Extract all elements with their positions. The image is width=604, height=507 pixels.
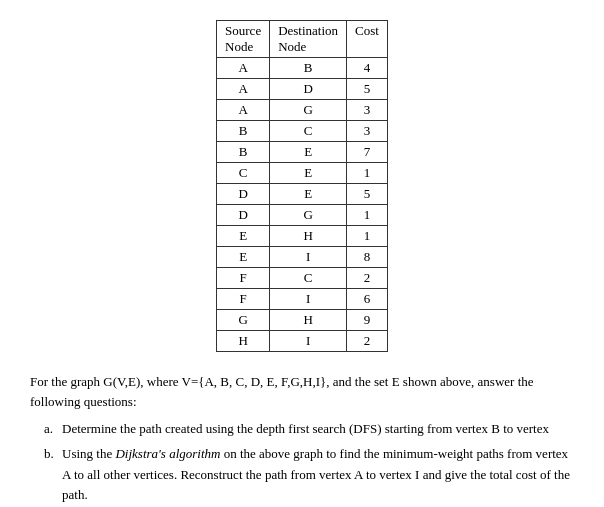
cell-destination: H [270,310,347,331]
table-row: FI6 [217,289,388,310]
table-row: BC3 [217,121,388,142]
cell-cost: 1 [347,205,388,226]
table-row: FC2 [217,268,388,289]
table-row: GH9 [217,310,388,331]
table-row: DE5 [217,184,388,205]
table-row: AD5 [217,79,388,100]
cell-cost: 5 [347,79,388,100]
cell-cost: 9 [347,310,388,331]
paragraph-text: For the graph G(V,E), where V={A, B, C, … [30,372,574,411]
cell-source: A [217,58,270,79]
cell-cost: 2 [347,331,388,352]
cell-cost: 1 [347,226,388,247]
graph-table: SourceNode DestinationNode Cost AB4AD5AG… [216,20,388,352]
cell-destination: I [270,247,347,268]
question-a-text: Determine the path created using the dep… [62,419,574,440]
questions-container: a. Determine the path created using the … [30,419,574,506]
cell-destination: D [270,79,347,100]
header-cost: Cost [347,21,388,58]
cell-source: E [217,247,270,268]
cell-destination: G [270,205,347,226]
header-destination: DestinationNode [270,21,347,58]
cell-source: A [217,79,270,100]
cell-source: E [217,226,270,247]
cell-source: F [217,268,270,289]
cell-destination: B [270,58,347,79]
cell-destination: E [270,142,347,163]
cell-cost: 5 [347,184,388,205]
cell-cost: 2 [347,268,388,289]
table-row: DG1 [217,205,388,226]
table-row: AB4 [217,58,388,79]
cell-cost: 6 [347,289,388,310]
cell-destination: C [270,268,347,289]
table-row: HI2 [217,331,388,352]
cell-cost: 8 [347,247,388,268]
cell-source: A [217,100,270,121]
cell-destination: I [270,289,347,310]
table-row: BE7 [217,142,388,163]
cell-destination: C [270,121,347,142]
cell-source: B [217,121,270,142]
table-row: CE1 [217,163,388,184]
cell-cost: 1 [347,163,388,184]
cell-cost: 7 [347,142,388,163]
cell-source: H [217,331,270,352]
cell-source: D [217,205,270,226]
table-row: EI8 [217,247,388,268]
cell-source: F [217,289,270,310]
cell-destination: E [270,184,347,205]
question-a: a. Determine the path created using the … [30,419,574,440]
question-b-label: b. [44,444,62,506]
cell-cost: 3 [347,100,388,121]
question-a-label: a. [44,419,62,440]
cell-source: D [217,184,270,205]
table-row: EH1 [217,226,388,247]
table-container: SourceNode DestinationNode Cost AB4AD5AG… [30,20,574,352]
cell-cost: 3 [347,121,388,142]
table-row: AG3 [217,100,388,121]
question-b: b. Using the Dijkstra's algorithm on the… [30,444,574,506]
cell-source: C [217,163,270,184]
question-b-text: Using the Dijkstra's algorithm on the ab… [62,444,574,506]
header-source: SourceNode [217,21,270,58]
cell-cost: 4 [347,58,388,79]
cell-destination: H [270,226,347,247]
italic-text: Dijkstra's algorithm [115,446,220,461]
regular-text: Using the [62,446,115,461]
cell-destination: E [270,163,347,184]
cell-destination: G [270,100,347,121]
cell-destination: I [270,331,347,352]
cell-source: G [217,310,270,331]
cell-source: B [217,142,270,163]
